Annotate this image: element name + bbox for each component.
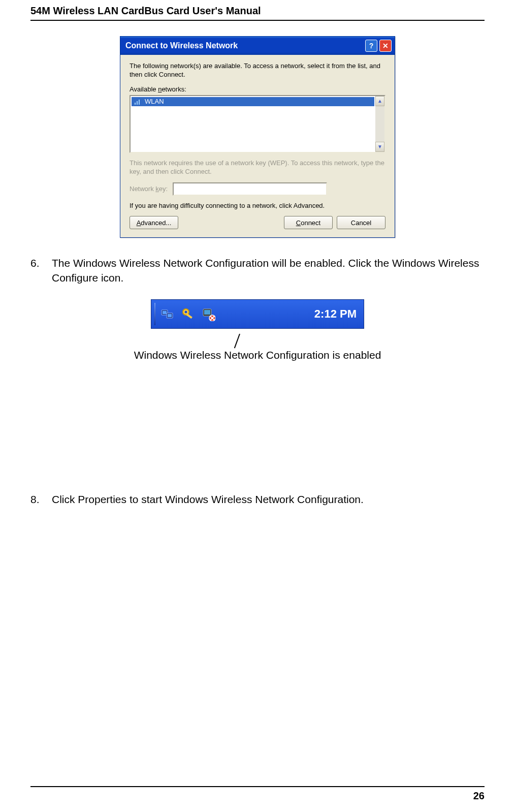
svg-rect-1 [137, 101, 138, 105]
page-number: 26 [30, 790, 485, 802]
network-list-item[interactable]: WLAN [132, 97, 374, 106]
scroll-down-button[interactable]: ▼ [375, 142, 384, 152]
wep-note: This network requires the use of a netwo… [130, 159, 385, 176]
step-8-number: 8. [30, 493, 52, 506]
available-networks-listbox[interactable]: WLAN ▲ ▼ [130, 95, 385, 153]
cancel-button[interactable]: Cancel [337, 216, 385, 229]
network-key-label: Network key: [130, 185, 168, 193]
dialog-title: Connect to Wireless Network [123, 41, 363, 50]
dialog-titlebar: Connect to Wireless Network ? ✕ [120, 37, 395, 55]
wireless-signal-icon [134, 98, 142, 106]
step-6-text: The Windows Wireless Network Configurati… [52, 256, 485, 285]
svg-rect-4 [163, 311, 167, 314]
system-tray: 2:12 PM [151, 299, 364, 329]
advanced-button[interactable]: Advanced... [130, 216, 178, 229]
step-8: 8. Click Properties to start Windows Wir… [30, 493, 485, 506]
page-header: 54M Wireless LAN CardBus Card User's Man… [30, 0, 485, 20]
svg-rect-9 [186, 314, 192, 319]
step-6: 6. The Windows Wireless Network Configur… [30, 256, 485, 285]
wireless-configure-icon[interactable] [201, 307, 215, 321]
help-button[interactable]: ? [365, 40, 377, 52]
svg-point-8 [185, 311, 187, 314]
difficulty-note: If you are having difficulty connecting … [130, 202, 385, 210]
help-icon: ? [369, 42, 374, 50]
footer-rule [30, 786, 485, 787]
connect-wireless-dialog: Connect to Wireless Network ? ✕ The foll… [120, 36, 395, 238]
step-8-text: Click Properties to start Windows Wirele… [52, 493, 485, 506]
header-rule [30, 20, 485, 21]
scroll-up-button[interactable]: ▲ [375, 96, 384, 106]
svg-rect-0 [135, 103, 136, 105]
svg-rect-2 [139, 100, 140, 105]
connect-button[interactable]: Connect [284, 216, 333, 229]
svg-rect-11 [204, 310, 210, 315]
close-icon: ✕ [382, 42, 389, 50]
network-key-input[interactable] [173, 182, 327, 196]
network-name: WLAN [145, 98, 164, 105]
available-networks-label: Available networks: [130, 85, 385, 93]
tray-divider [154, 303, 155, 325]
listbox-scrollbar[interactable]: ▲ ▼ [375, 96, 384, 152]
callout-line [234, 334, 240, 349]
keys-icon[interactable] [181, 307, 195, 321]
tray-caption: Windows Wireless Network Configuration i… [30, 349, 485, 361]
svg-rect-6 [168, 314, 172, 317]
step-6-number: 6. [30, 256, 52, 285]
close-button[interactable]: ✕ [379, 40, 392, 52]
tray-clock: 2:12 PM [314, 307, 364, 321]
dialog-instruction: The following network(s) are available. … [130, 62, 385, 79]
network-monitors-icon[interactable] [160, 307, 175, 321]
